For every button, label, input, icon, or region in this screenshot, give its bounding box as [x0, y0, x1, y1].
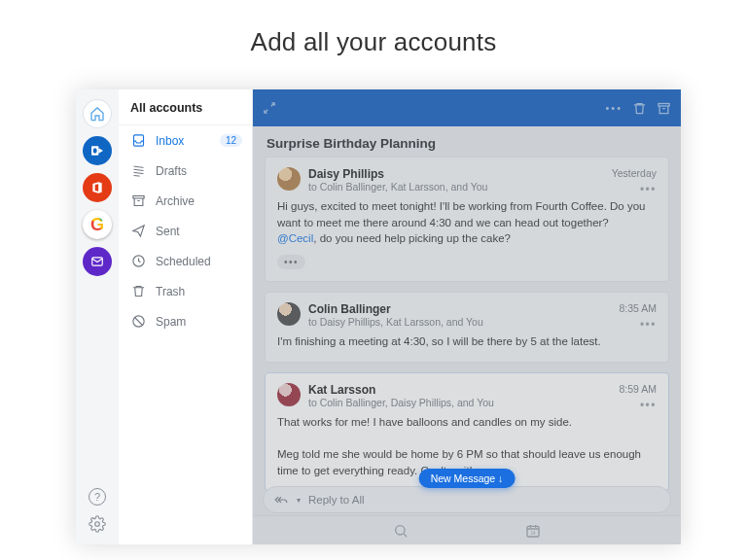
svg-point-3 — [95, 522, 100, 527]
svg-point-1 — [93, 148, 97, 153]
svg-text:14: 14 — [530, 531, 536, 536]
message-body: I'm finishing a meeting at 4:30, so I wi… — [277, 333, 657, 350]
folder-nav: All accounts Inbox12DraftsArchiveSentSch… — [119, 89, 253, 544]
nav-title: All accounts — [119, 89, 252, 125]
page-title: Add all your accounts — [0, 0, 747, 77]
inbox-icon — [130, 133, 146, 148]
reply-input[interactable]: ▾ Reply to All — [263, 486, 671, 513]
folder-label: Sent — [156, 225, 180, 238]
more-icon[interactable]: ••• — [605, 102, 622, 114]
unread-badge: 12 — [220, 134, 242, 147]
bottom-tab-bar: 14 — [253, 515, 681, 544]
message-thread: Daisy Phillipsto Colin Ballinger, Kat La… — [253, 157, 681, 510]
folder-label: Archive — [156, 194, 195, 208]
message-more-icon[interactable]: ••• — [640, 399, 657, 412]
message-to: to Colin Ballinger, Kat Larsson, and You — [308, 181, 487, 192]
message-more-icon[interactable]: ••• — [640, 318, 657, 332]
sent-icon — [130, 224, 146, 238]
folder-sent[interactable]: Sent — [119, 216, 252, 246]
message-time: 8:35 AM — [619, 302, 657, 314]
reply-placeholder: Reply to All — [308, 494, 365, 506]
conversation-toolbar: ••• — [253, 89, 681, 126]
spam-icon — [130, 314, 146, 329]
avatar — [277, 167, 301, 191]
folder-archive[interactable]: Archive — [119, 186, 252, 216]
new-message-pill[interactable]: New Message ↓ — [419, 469, 516, 488]
delete-icon[interactable] — [632, 101, 647, 116]
collapse-quote-icon[interactable]: ••• — [277, 255, 305, 269]
archive-icon — [130, 193, 146, 208]
conversation-subject: Surprise Birthday Planning — [253, 126, 681, 157]
reply-all-icon — [273, 493, 289, 507]
message-more-icon[interactable]: ••• — [640, 183, 657, 196]
account-rail: G ? — [76, 89, 119, 544]
folder-label: Spam — [156, 315, 186, 329]
svg-point-8 — [396, 525, 405, 534]
folder-label: Drafts — [156, 164, 187, 178]
folder-inbox[interactable]: Inbox12 — [119, 125, 252, 156]
folder-trash[interactable]: Trash — [119, 276, 252, 306]
folder-label: Trash — [156, 285, 185, 298]
folder-spam[interactable]: Spam — [119, 306, 252, 336]
folder-label: Scheduled — [156, 255, 211, 268]
message-time: Yesterday — [612, 167, 657, 179]
svg-rect-7 — [658, 103, 669, 106]
message-to: to Daisy Phillips, Kat Larsson, and You — [308, 316, 483, 328]
folder-drafts[interactable]: Drafts — [119, 156, 252, 186]
trash-icon — [130, 284, 146, 298]
expand-icon[interactable] — [263, 101, 276, 115]
message-card[interactable]: Daisy Phillipsto Colin Ballinger, Kat La… — [265, 157, 669, 282]
account-home-icon[interactable] — [83, 99, 112, 128]
message-time: 8:59 AM — [619, 383, 657, 395]
calendar-tab-icon[interactable]: 14 — [525, 523, 541, 539]
search-tab-icon[interactable] — [393, 523, 409, 539]
svg-rect-4 — [132, 196, 143, 199]
reading-pane: ••• Surprise Birthday Planning Daisy Phi… — [253, 89, 681, 544]
avatar — [277, 302, 301, 326]
folder-schedule[interactable]: Scheduled — [119, 246, 252, 276]
folder-label: Inbox — [156, 134, 184, 148]
avatar — [277, 383, 301, 406]
app-frame: G ? All accounts Inbox12DraftsArchiveSen… — [76, 89, 681, 544]
account-office-icon[interactable] — [83, 173, 112, 202]
account-yahoomail-icon[interactable] — [83, 247, 112, 276]
message-from: Daisy Phillips — [308, 167, 487, 181]
help-icon[interactable]: ? — [89, 488, 106, 506]
settings-icon[interactable] — [89, 515, 106, 533]
drafts-icon — [130, 163, 146, 178]
mention[interactable]: @Cecil — [277, 232, 313, 244]
schedule-icon — [130, 254, 146, 268]
account-google-icon[interactable]: G — [83, 210, 112, 239]
message-from: Colin Ballinger — [308, 302, 483, 316]
message-to: to Colin Ballinger, Daisy Phillips, and … — [308, 397, 494, 408]
message-body: Hi guys, excited to meet tonight! I'll b… — [277, 198, 657, 247]
message-from: Kat Larsson — [308, 383, 494, 397]
account-outlook-icon[interactable] — [83, 136, 112, 165]
archive-icon[interactable] — [657, 101, 671, 116]
message-card[interactable]: Colin Ballingerto Daisy Phillips, Kat La… — [265, 292, 669, 363]
